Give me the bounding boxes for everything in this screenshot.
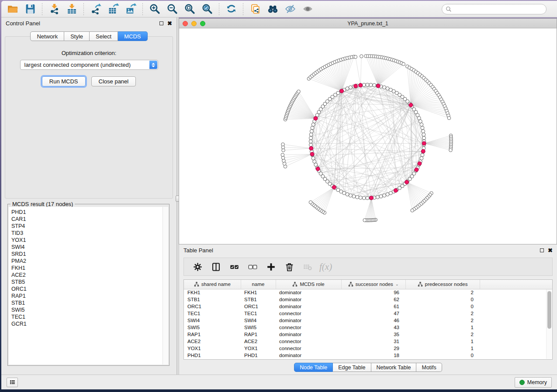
mcds-result-item[interactable]: TID3: [9, 230, 168, 237]
table-cell[interactable]: 2: [405, 310, 480, 317]
table-cell[interactable]: YOX1: [184, 345, 241, 352]
refresh-button[interactable]: [222, 2, 240, 16]
table-cell[interactable]: 29: [341, 345, 405, 352]
eye-button[interactable]: [299, 2, 316, 16]
zoom-selected-button[interactable]: [198, 2, 216, 16]
close-panel-button[interactable]: Close panel: [91, 76, 136, 86]
table-panel-float-icon[interactable]: [540, 248, 544, 252]
table-cell[interactable]: TEC1: [241, 310, 276, 317]
search-input[interactable]: [454, 6, 543, 12]
table-cell[interactable]: 2: [405, 289, 480, 296]
table-cell[interactable]: 1: [405, 338, 480, 345]
mcds-result-item[interactable]: TEC1: [9, 313, 168, 320]
column-header-shared-name[interactable]: shared name: [184, 280, 241, 289]
function-builder-button[interactable]: f(x): [319, 261, 332, 272]
tab-style[interactable]: Style: [64, 31, 90, 41]
mcds-result-item[interactable]: PMA2: [9, 258, 168, 265]
table-cell[interactable]: YOX1: [241, 345, 276, 352]
table-cell[interactable]: 46: [341, 317, 405, 324]
table-cell[interactable]: 62: [341, 296, 405, 303]
table-scrollbar-thumb[interactable]: [547, 291, 551, 329]
export-image-button[interactable]: [122, 2, 139, 16]
tab-edge-table[interactable]: Edge Table: [333, 363, 371, 372]
zoom-fit-button[interactable]: [181, 2, 198, 16]
table-row[interactable]: RAP1RAP1dominator352: [184, 331, 552, 338]
delete-table-button[interactable]: [299, 259, 316, 274]
tab-network-table[interactable]: Network Table: [371, 363, 417, 372]
tab-select[interactable]: Select: [90, 31, 118, 41]
table-cell[interactable]: 0: [405, 352, 480, 359]
mcds-result-item[interactable]: FKH1: [9, 265, 168, 272]
mcds-result-item[interactable]: SRD1: [9, 251, 168, 258]
table-cell[interactable]: 2: [405, 317, 480, 324]
table-cell[interactable]: STB1: [184, 296, 241, 303]
table-cell[interactable]: 0: [405, 296, 480, 303]
table-cell[interactable]: dominator: [276, 303, 341, 310]
table-cell[interactable]: SWI4: [184, 317, 241, 324]
memory-button[interactable]: Memory: [515, 377, 552, 388]
column-header-name[interactable]: name: [241, 280, 276, 289]
table-cell[interactable]: ORC1: [184, 303, 241, 310]
mcds-result-scrollbar[interactable]: [163, 207, 168, 364]
mcds-result-item[interactable]: PHD1: [9, 209, 168, 216]
table-row[interactable]: TEC1TEC1connector472: [184, 310, 552, 317]
table-row[interactable]: SWI4SWI4dominator462: [184, 317, 552, 324]
table-cell[interactable]: connector: [276, 324, 341, 331]
table-cell[interactable]: STB1: [241, 296, 276, 303]
mcds-result-item[interactable]: SWI5: [9, 306, 168, 313]
table-cell[interactable]: SWI5: [184, 324, 241, 331]
settings-button[interactable]: [189, 259, 206, 274]
open-file-button[interactable]: [4, 2, 21, 16]
table-cell[interactable]: TEC1: [184, 310, 241, 317]
column-header-predecessor-nodes[interactable]: predecessor nodes: [405, 280, 480, 289]
table-cell[interactable]: FKH1: [241, 289, 276, 296]
add-row-button[interactable]: [263, 259, 279, 274]
tab-node-table[interactable]: Node Table: [294, 363, 333, 372]
table-cell[interactable]: SWI5: [241, 324, 276, 331]
mcds-result-item[interactable]: CAR1: [9, 216, 168, 223]
table-row[interactable]: ACE2ACE2connector311: [184, 338, 552, 345]
mcds-result-item[interactable]: SWI4: [9, 244, 168, 251]
run-mcds-button[interactable]: Run MCDS: [42, 76, 86, 86]
control-panel-close-icon[interactable]: ✖: [167, 21, 172, 25]
table-cell[interactable]: 1: [405, 324, 480, 331]
tab-motifs[interactable]: Motifs: [416, 363, 442, 372]
import-table-button[interactable]: [63, 2, 80, 16]
delete-row-button[interactable]: [281, 259, 298, 274]
table-cell[interactable]: 18: [341, 352, 405, 359]
copy-share-button[interactable]: [246, 2, 264, 16]
tab-mcds[interactable]: MCDS: [118, 31, 147, 41]
table-panel-close-icon[interactable]: ✖: [548, 248, 553, 252]
table-cell[interactable]: 96: [341, 289, 405, 296]
table-cell[interactable]: PHD1: [241, 352, 276, 359]
network-canvas[interactable]: [179, 28, 557, 244]
table-cell[interactable]: dominator: [276, 352, 341, 359]
table-cell[interactable]: connector: [276, 310, 341, 317]
table-cell[interactable]: PHD1: [184, 352, 241, 359]
table-cell[interactable]: connector: [276, 338, 341, 345]
table-cell[interactable]: 31: [341, 338, 405, 345]
table-cell[interactable]: 61: [341, 303, 405, 310]
table-cell[interactable]: 0: [405, 303, 480, 310]
table-row[interactable]: PHD1PHD1dominator180: [184, 352, 552, 359]
table-row[interactable]: ORC1ORC1dominator610: [184, 303, 552, 310]
mcds-result-item[interactable]: STP4: [9, 223, 168, 230]
table-cell[interactable]: dominator: [276, 317, 341, 324]
mcds-result-item[interactable]: GCR1: [9, 320, 168, 327]
save-session-button[interactable]: [21, 2, 39, 16]
table-cell[interactable]: ACE2: [241, 338, 276, 345]
tab-network[interactable]: Network: [30, 31, 64, 41]
table-cell[interactable]: ORC1: [241, 303, 276, 310]
table-cell[interactable]: 35: [341, 331, 405, 338]
table-cell[interactable]: 47: [341, 310, 405, 317]
table-cell[interactable]: dominator: [276, 331, 341, 338]
mcds-result-list[interactable]: PHD1CAR1STP4TID3YOX1SWI4SRD1PMA2FKH1ACE2…: [9, 207, 168, 364]
table-row[interactable]: FKH1FKH1dominator962: [184, 289, 552, 296]
zoom-in-button[interactable]: [146, 2, 163, 16]
table-cell[interactable]: RAP1: [184, 331, 241, 338]
mcds-result-item[interactable]: STB5: [9, 279, 168, 285]
task-history-button[interactable]: [7, 378, 18, 387]
table-cell[interactable]: dominator: [276, 296, 341, 303]
eye-hidden-button[interactable]: [281, 2, 299, 16]
table-cell[interactable]: dominator: [276, 289, 341, 296]
